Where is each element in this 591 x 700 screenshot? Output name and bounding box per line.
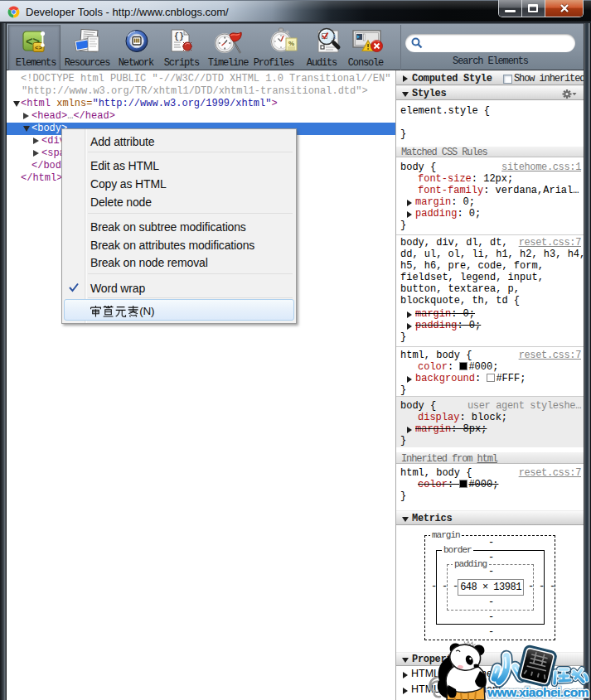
svg-text:(N): (N) — [139, 306, 154, 317]
svg-text:www.xiaohei.com: www.xiaohei.com — [487, 685, 589, 699]
svg-text:%: % — [288, 40, 294, 47]
svg-text:A: A — [332, 33, 337, 41]
svg-text:{}: {} — [174, 32, 184, 41]
